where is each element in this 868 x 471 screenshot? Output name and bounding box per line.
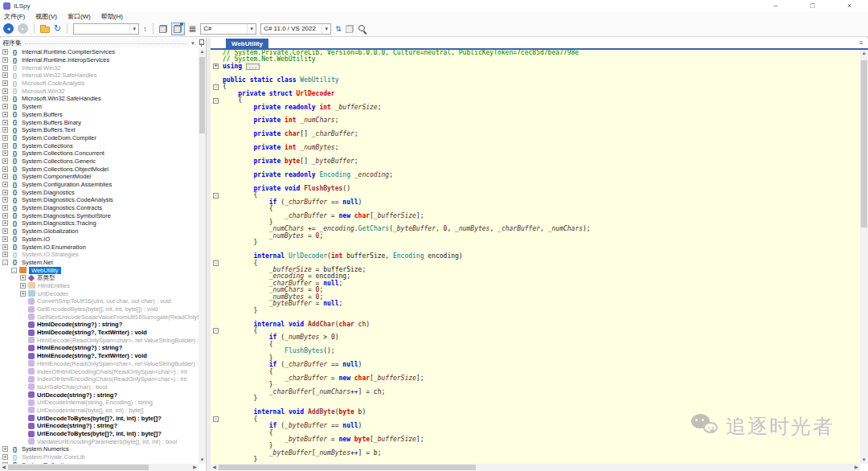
tree-item[interactable]: -{}System.Net — [0, 259, 199, 267]
scroll-right-icon[interactable]: ▶ — [191, 464, 199, 471]
tree-item[interactable]: +{}System.Private.CoreLib — [0, 453, 199, 461]
tree-item[interactable]: GetNextUnicodeScalarValueFromUtf16Surrog… — [0, 313, 199, 321]
tree-item[interactable]: +{}System.ComponentModel — [0, 173, 199, 181]
tree-item[interactable]: +{}System.Collections.ObjectModel — [0, 165, 199, 173]
expand-icon[interactable]: + — [2, 252, 8, 257]
collapse-icon[interactable]: - — [2, 260, 8, 265]
language-combobox[interactable]: C# ▼ — [200, 23, 256, 35]
chevron-down-icon[interactable]: ▼ — [190, 41, 195, 46]
expand-icon[interactable]: + — [20, 275, 26, 281]
tree-item[interactable]: +{}Microsoft.CodeAnalysis — [0, 80, 199, 88]
tree-item[interactable]: -WebUtility — [0, 266, 199, 274]
expand-icon[interactable]: + — [2, 182, 8, 187]
expand-icon[interactable]: + — [2, 57, 8, 63]
tree-item[interactable]: UrlDecodeInternal(byte[], int, int) : by… — [0, 407, 199, 415]
expand-icon[interactable]: + — [2, 220, 8, 226]
tree-item[interactable]: +基类型 — [0, 274, 199, 282]
tree-item[interactable]: +{}Microsoft.Win32 — [0, 87, 199, 95]
tree-item[interactable]: IndexOfHtmlEncodingChars(ReadOnlySpan<ch… — [0, 375, 199, 383]
sort-members-button[interactable]: ⇅ — [335, 24, 342, 34]
tree-item[interactable]: UrlEncode(string?) : string? — [0, 422, 199, 430]
tab-webutility[interactable]: WebUtility — [226, 39, 268, 48]
tree-item[interactable]: UrlDecodeInternal(string, Encoding) : st… — [0, 399, 199, 407]
fold-collapse-icon[interactable]: - — [213, 260, 219, 266]
expand-icon[interactable]: + — [2, 190, 8, 195]
expand-icon[interactable]: + — [2, 135, 8, 141]
expand-icon[interactable]: + — [2, 143, 8, 149]
tree-item[interactable]: IndexOfHtmlDecodingChars(ReadOnlySpan<ch… — [0, 367, 199, 375]
tree-item[interactable]: ValidateUrlEncodingParameters(byte[], in… — [0, 437, 199, 445]
menu-item[interactable]: 视图(V) — [35, 12, 57, 21]
restore-button[interactable]: □ — [794, 0, 831, 11]
tree-item[interactable]: +{}System.Buffers — [0, 111, 199, 119]
expand-icon[interactable]: + — [2, 236, 8, 242]
tree-hscroll-thumb[interactable] — [8, 465, 149, 470]
expand-icon[interactable]: + — [20, 291, 26, 297]
scroll-up-icon[interactable]: ▲ — [860, 50, 868, 57]
tree-item[interactable]: +{}Internal.Runtime.InteropServices — [0, 56, 199, 64]
tree-item[interactable]: ConvertSmpToUtf16(uint, out char, out ch… — [0, 297, 199, 305]
expand-icon[interactable]: + — [2, 174, 8, 179]
tree-item[interactable]: +{}System.Buffers.Binary — [0, 118, 199, 126]
expand-icon[interactable]: + — [2, 127, 8, 133]
tree-item[interactable]: +{}System.Globalization — [0, 227, 199, 236]
tree-item[interactable]: +{}System.Numerics — [0, 445, 199, 453]
tree-item[interactable]: +{}System.Diagnostics.Contracts — [0, 204, 199, 212]
expand-icon[interactable]: + — [2, 446, 8, 452]
tree-item[interactable]: HtmlEncode(string?) : string? — [0, 344, 199, 352]
expand-icon[interactable]: + — [2, 158, 8, 164]
scroll-left-icon[interactable]: ◀ — [0, 464, 7, 471]
tree-item[interactable]: IsUrlSafeChar(char) : bool — [0, 383, 199, 391]
menu-item[interactable]: 文件(F) — [4, 12, 25, 21]
options-button[interactable]: ▦ — [189, 24, 196, 34]
tree-item[interactable]: +{}Internal.Runtime.CompilerServices — [0, 48, 199, 56]
open-file-button[interactable] — [40, 27, 50, 33]
fold-collapse-icon[interactable]: - — [213, 328, 219, 334]
fold-collapse-icon[interactable]: - — [213, 98, 219, 104]
expand-icon[interactable]: + — [2, 228, 8, 234]
back-button[interactable]: ◂ — [3, 23, 14, 34]
tree-item[interactable]: +{}Internal.Win32 — [0, 63, 199, 72]
tree-item[interactable]: +{}System.Collections.Concurrent — [0, 149, 199, 158]
fold-collapse-icon[interactable]: - — [213, 84, 219, 90]
scroll-right-icon[interactable]: ▶ — [853, 464, 860, 471]
language-version-combobox[interactable]: C# 11.0 / VS 2022 ▼ — [260, 23, 331, 35]
expand-icon[interactable]: + — [2, 205, 8, 211]
expand-icon[interactable]: + — [2, 166, 8, 172]
expand-icon[interactable]: + — [2, 454, 8, 460]
menu-item[interactable]: 窗口(W) — [68, 12, 91, 21]
expand-icon[interactable]: + — [20, 283, 26, 289]
tree-item[interactable]: +{}System.CodeDom.Compiler — [0, 134, 199, 142]
tree-item[interactable]: +{}System.Collections.Generic — [0, 158, 199, 166]
tree-item[interactable]: +{}Internal.Win32.SafeHandles — [0, 72, 199, 80]
tree-item[interactable]: UrlDecodeToBytes(byte[]?, int, int) : by… — [0, 414, 199, 422]
tree-item[interactable]: +{}System.IO — [0, 236, 199, 244]
tree-item[interactable]: UrlDecode(string?) : string? — [0, 391, 199, 399]
fold-collapse-icon[interactable]: - — [213, 193, 219, 199]
tree-item[interactable]: +{}System.Diagnostics.SymbolStore — [0, 211, 199, 219]
expand-icon[interactable]: + — [2, 244, 8, 250]
internal-api-toggle-button[interactable] — [171, 23, 185, 35]
tree-item[interactable]: +{}System.Diagnostics.CodeAnalysis — [0, 196, 199, 204]
tree-item[interactable]: UrlEncodeToBytes(byte[]?, int, int) : by… — [0, 430, 199, 438]
tree-item[interactable]: +{}Microsoft.Win32.SafeHandles — [0, 95, 199, 103]
scroll-down-icon[interactable]: ▼ — [199, 457, 206, 464]
tree-vscroll-thumb[interactable] — [199, 57, 205, 133]
tree-item[interactable]: +{}System.Collections — [0, 141, 199, 149]
tree-item[interactable]: +{}System.Buffers.Text — [0, 126, 199, 134]
tree-item[interactable]: HtmlEncode(ReadOnlySpan<char>, ref Value… — [0, 360, 199, 368]
tree-item[interactable]: HtmlDecode(string?) : string? — [0, 321, 199, 329]
tree-item[interactable]: +{}System.IO.Enumeration — [0, 243, 199, 251]
fold-collapse-icon[interactable]: - — [213, 416, 219, 422]
tree-item[interactable]: HtmlDecode(string?, TextWriter) : void — [0, 329, 199, 337]
tree-item[interactable]: +{}System.Diagnostics — [0, 188, 199, 196]
collapse-icon[interactable]: - — [11, 268, 17, 273]
tree-item[interactable]: +UrlDecoder — [0, 289, 199, 297]
close-button[interactable]: × — [831, 0, 868, 11]
search-button[interactable] — [358, 24, 367, 34]
windows-button[interactable] — [346, 25, 354, 33]
expand-icon[interactable]: + — [2, 112, 8, 117]
code-hscroll-thumb[interactable] — [219, 465, 476, 470]
new-window-button[interactable] — [159, 25, 167, 33]
expand-icon[interactable]: + — [2, 197, 8, 203]
